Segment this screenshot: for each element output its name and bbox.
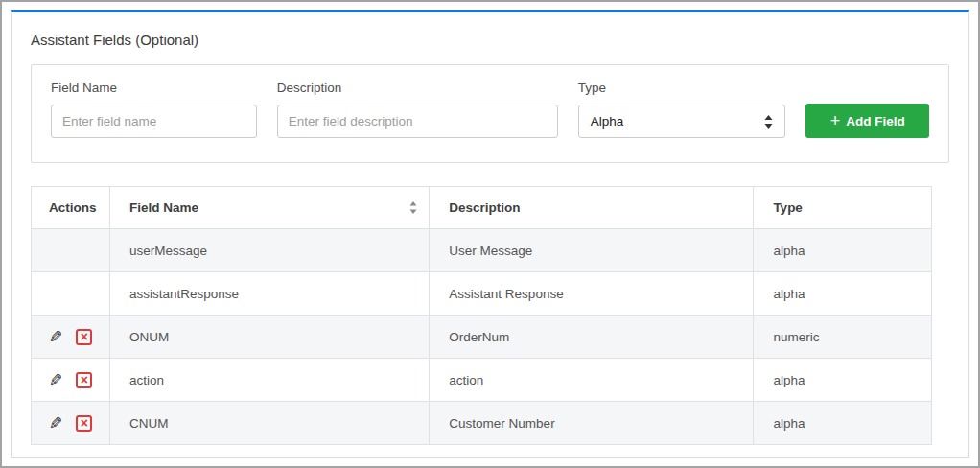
type-select[interactable]: Alpha xyxy=(578,105,786,138)
cell-field-name: userMessage xyxy=(110,229,430,272)
select-caret-icon xyxy=(764,115,773,129)
type-group: Type Alpha xyxy=(578,81,786,138)
field-description-input[interactable] xyxy=(277,105,558,138)
description-label: Description xyxy=(277,81,558,95)
delete-icon[interactable]: × xyxy=(76,329,92,345)
page: Assistant Fields (Optional) Field Name D… xyxy=(0,0,980,468)
edit-icon[interactable]: ✎ xyxy=(49,370,62,390)
assistant-fields-panel: Assistant Fields (Optional) Field Name D… xyxy=(11,10,969,458)
description-group: Description xyxy=(277,81,558,138)
cell-type: alpha xyxy=(754,402,932,445)
cell-type: numeric xyxy=(754,316,932,359)
edit-icon[interactable]: ✎ xyxy=(49,413,62,433)
header-description: Description xyxy=(430,187,754,229)
table-body: userMessage User Message alpha assistant… xyxy=(32,229,932,445)
table-header-row: Actions Field Name xyxy=(32,187,932,229)
table-row: assistantResponse Assistant Response alp… xyxy=(32,272,932,316)
panel-title: Assistant Fields (Optional) xyxy=(12,12,968,48)
field-name-label: Field Name xyxy=(51,81,257,95)
cell-description: OrderNum xyxy=(430,316,754,359)
cell-field-name: action xyxy=(110,359,430,402)
add-field-button[interactable]: + Add Field xyxy=(805,104,929,138)
header-actions: Actions xyxy=(32,187,110,229)
edit-icon[interactable]: ✎ xyxy=(49,327,62,347)
row-actions: ✎ × xyxy=(49,327,109,347)
table-row: ✎ × ONUM OrderNum numeric xyxy=(32,316,932,359)
table-row: ✎ × action action alpha xyxy=(32,359,932,402)
cell-description: Assistant Response xyxy=(430,272,754,316)
plus-icon: + xyxy=(830,112,841,129)
table-row: ✎ × CNUM Customer Number alpha xyxy=(32,402,932,445)
cell-type: alpha xyxy=(754,359,932,402)
fields-table: Actions Field Name xyxy=(31,186,932,445)
cell-description: Customer Number xyxy=(430,402,754,445)
cell-field-name: ONUM xyxy=(110,316,430,359)
cell-type: alpha xyxy=(754,272,932,316)
header-field-name[interactable]: Field Name xyxy=(110,187,430,229)
sort-icon[interactable] xyxy=(409,201,417,214)
cell-field-name: CNUM xyxy=(110,402,430,445)
add-field-button-label: Add Field xyxy=(846,114,905,129)
delete-icon[interactable]: × xyxy=(76,415,92,432)
row-actions: ✎ × xyxy=(49,370,109,390)
add-field-form: Field Name Description Type Alpha xyxy=(31,64,949,163)
cell-field-name: assistantResponse xyxy=(110,272,430,316)
field-name-group: Field Name xyxy=(51,81,257,138)
table-row: userMessage User Message alpha xyxy=(32,229,932,272)
cell-type: alpha xyxy=(754,229,932,272)
row-actions: ✎ × xyxy=(49,413,109,433)
type-select-value: Alpha xyxy=(591,114,624,129)
delete-icon[interactable]: × xyxy=(76,372,92,388)
header-type: Type xyxy=(754,187,932,229)
field-name-input[interactable] xyxy=(51,105,257,138)
cell-description: action xyxy=(430,359,754,402)
cell-description: User Message xyxy=(430,229,754,272)
type-label: Type xyxy=(578,81,786,95)
